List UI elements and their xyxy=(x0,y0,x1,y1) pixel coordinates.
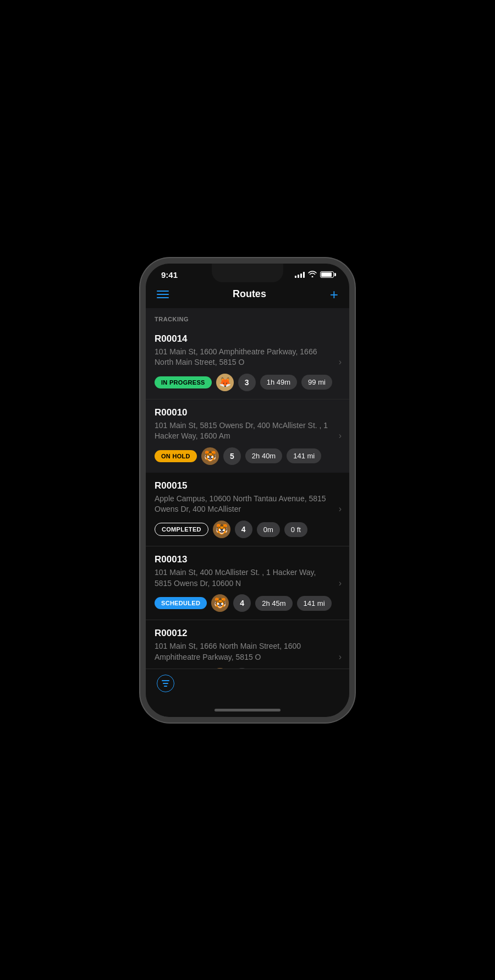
stop-count: 4 xyxy=(235,521,252,538)
page-title: Routes xyxy=(233,288,266,300)
route-id: R00010 xyxy=(155,407,340,418)
distance-pill: 0 ft xyxy=(284,522,307,537)
tracking-section: TRACKING R00014 101 Main St, 1600 Amphit… xyxy=(146,308,349,473)
route-id: R00014 xyxy=(155,333,340,344)
avatar: 🦊 xyxy=(216,374,234,391)
status-badge: ON HOLD xyxy=(155,450,197,462)
stop-count: 4 xyxy=(233,594,251,612)
bottom-bar xyxy=(146,669,349,705)
route-address: 101 Main St, 400 McAllister St. , 1 Hack… xyxy=(155,567,340,589)
duration-pill: 1h 49m xyxy=(260,375,297,390)
home-bar xyxy=(215,709,280,711)
route-item[interactable]: R00012 101 Main St, 1666 North Main Stre… xyxy=(146,620,349,668)
home-indicator xyxy=(146,705,349,717)
add-route-button[interactable]: + xyxy=(330,287,338,302)
battery-fill xyxy=(321,272,332,277)
filter-button[interactable] xyxy=(157,675,174,692)
route-item[interactable]: R00015 Apple Campus, 10600 North Tantau … xyxy=(146,473,349,546)
status-badge: SCHEDULED xyxy=(155,597,207,609)
avatar: 🐯 xyxy=(211,594,229,612)
avatar: 🐯 xyxy=(213,521,230,538)
route-item[interactable]: R00013 101 Main St, 400 McAllister St. ,… xyxy=(146,546,349,620)
route-id: R00015 xyxy=(155,480,340,491)
status-badge: IN PROGRESS xyxy=(155,376,212,388)
distance-pill: 141 mi xyxy=(297,596,332,611)
route-meta: SCHEDULED 🐯 4 2h 45m 141 mi xyxy=(155,594,340,612)
chevron-right-icon: › xyxy=(339,578,342,588)
signal-icon xyxy=(295,271,305,278)
distance-pill: 141 mi xyxy=(287,448,321,463)
route-meta: IN PROGRESS 🦊 3 1h 49m 99 mi xyxy=(155,374,340,391)
route-id: R00012 xyxy=(155,628,340,639)
menu-button[interactable] xyxy=(157,291,169,298)
stop-count: 3 xyxy=(238,374,256,391)
route-address: 101 Main St, 1666 North Main Street, 160… xyxy=(155,641,340,663)
duration-pill: 0m xyxy=(257,522,280,537)
status-bar: 9:41 xyxy=(146,264,349,283)
route-item[interactable]: R00014 101 Main St, 1600 Amphitheatre Pa… xyxy=(146,326,349,399)
route-meta: COMPLETED 🐯 4 0m 0 ft xyxy=(155,521,340,538)
route-address: Apple Campus, 10600 North Tantau Avenue,… xyxy=(155,494,340,515)
chevron-right-icon: › xyxy=(339,431,342,441)
stop-count: 5 xyxy=(223,447,241,465)
avatar: 🐯 xyxy=(201,447,219,465)
filter-icon xyxy=(162,680,169,687)
routes-section: R00015 Apple Campus, 10600 North Tantau … xyxy=(146,473,349,669)
wifi-icon xyxy=(308,271,317,279)
header: Routes + xyxy=(146,283,349,308)
route-item[interactable]: R00010 101 Main St, 5815 Owens Dr, 400 M… xyxy=(146,399,349,473)
route-address: 101 Main St, 1600 Amphitheatre Parkway, … xyxy=(155,347,340,368)
status-time: 9:41 xyxy=(161,270,178,280)
route-address: 101 Main St, 5815 Owens Dr, 400 McAllist… xyxy=(155,420,340,442)
chevron-right-icon: › xyxy=(339,504,342,514)
route-id: R00013 xyxy=(155,554,340,565)
status-icons xyxy=(295,271,334,279)
tracking-label: TRACKING xyxy=(146,308,349,326)
battery-icon xyxy=(320,271,334,278)
distance-pill: 99 mi xyxy=(301,375,332,390)
chevron-right-icon: › xyxy=(339,652,342,662)
phone-frame: 9:41 xyxy=(140,258,355,722)
route-meta: ON HOLD 🐯 5 2h 40m 141 mi xyxy=(155,447,340,465)
chevron-right-icon: › xyxy=(339,357,342,367)
duration-pill: 2h 45m xyxy=(255,596,292,611)
duration-pill: 2h 40m xyxy=(245,448,282,463)
phone-screen: 9:41 xyxy=(146,264,349,717)
content-area: TRACKING R00014 101 Main St, 1600 Amphit… xyxy=(146,308,349,669)
status-badge: COMPLETED xyxy=(155,523,208,536)
